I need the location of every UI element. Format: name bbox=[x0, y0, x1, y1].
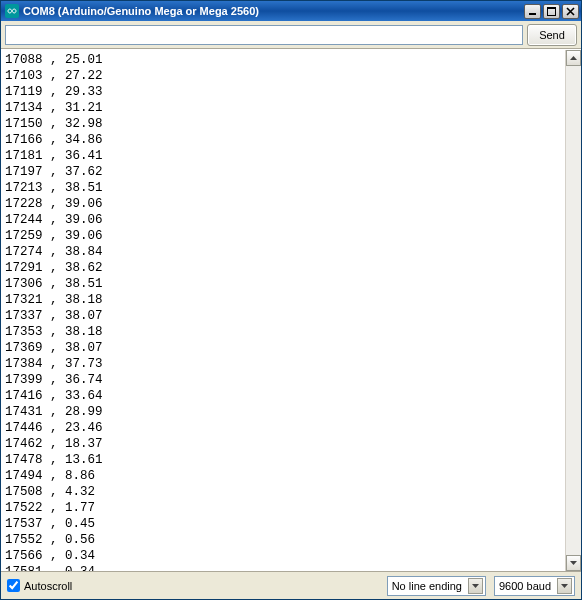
scroll-up-button[interactable] bbox=[566, 50, 581, 66]
maximize-button[interactable] bbox=[543, 4, 560, 19]
output-area: 17088 , 25.01 17103 , 27.22 17119 , 29.3… bbox=[1, 49, 581, 571]
baud-rate-value: 9600 baud bbox=[499, 580, 557, 592]
send-toolbar: Send bbox=[1, 21, 581, 49]
chevron-down-icon bbox=[557, 578, 572, 594]
close-button[interactable] bbox=[562, 4, 579, 19]
svg-rect-3 bbox=[547, 7, 556, 9]
svg-rect-1 bbox=[529, 13, 536, 15]
vertical-scrollbar[interactable] bbox=[565, 50, 581, 571]
chevron-down-icon bbox=[468, 578, 483, 594]
minimize-button[interactable] bbox=[524, 4, 541, 19]
serial-monitor-window: COM8 (Arduino/Genuino Mega or Mega 2560)… bbox=[0, 0, 582, 600]
send-button[interactable]: Send bbox=[527, 24, 577, 46]
autoscroll-wrap[interactable]: Autoscroll bbox=[7, 579, 379, 592]
line-ending-value: No line ending bbox=[392, 580, 468, 592]
window-controls bbox=[524, 4, 579, 19]
baud-rate-select[interactable]: 9600 baud bbox=[494, 576, 575, 596]
scroll-down-button[interactable] bbox=[566, 555, 581, 571]
serial-output[interactable]: 17088 , 25.01 17103 , 27.22 17119 , 29.3… bbox=[1, 50, 565, 571]
line-ending-select[interactable]: No line ending bbox=[387, 576, 486, 596]
window-title: COM8 (Arduino/Genuino Mega or Mega 2560) bbox=[23, 5, 524, 17]
autoscroll-label: Autoscroll bbox=[24, 580, 72, 592]
footer-toolbar: Autoscroll No line ending 9600 baud bbox=[1, 571, 581, 599]
title-bar[interactable]: COM8 (Arduino/Genuino Mega or Mega 2560) bbox=[1, 1, 581, 21]
autoscroll-checkbox[interactable] bbox=[7, 579, 20, 592]
scroll-track[interactable] bbox=[566, 66, 581, 555]
arduino-app-icon bbox=[5, 4, 19, 18]
send-input[interactable] bbox=[5, 25, 523, 45]
